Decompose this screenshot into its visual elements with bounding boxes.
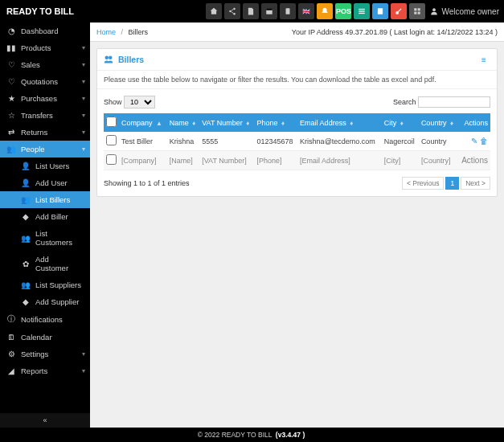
pager-prev[interactable]: < Previous [402,177,444,190]
cell-company: Test Biller [119,132,167,151]
clipboard-icon[interactable] [280,3,296,19]
home-icon[interactable] [206,3,222,19]
svg-rect-4 [267,9,273,10]
customers-icon: 👥 [21,234,31,243]
nav-products[interactable]: ▮▮Products▾ [0,39,90,56]
calendar-icon[interactable] [261,3,277,19]
pager-next[interactable]: Next > [461,177,490,190]
svg-point-16 [105,56,109,60]
nav-reports[interactable]: ◢Reports▾ [0,362,90,379]
table-info: Showing 1 to 1 of 1 entries [104,179,190,187]
nav-list-suppliers[interactable]: 👥List Suppliers [0,276,90,293]
nav-settings[interactable]: ⚙Settings▾ [0,346,90,362]
svg-rect-13 [415,12,417,14]
welcome-user[interactable]: Welcome owner [430,7,499,16]
tag-icon: ♡ [6,77,16,86]
col-company[interactable]: Company ▲ [119,113,167,132]
nav-sales[interactable]: ♡Sales▾ [0,56,90,73]
footer: © 2022 READY TO BILL (v3.4.47 ) [0,428,504,442]
user-icon [430,7,438,15]
nav-quotations[interactable]: ♡Quotations▾ [0,73,90,90]
chevron-down-icon: ▾ [82,44,85,51]
svg-point-15 [433,8,436,11]
row-actions[interactable]: Actions [457,151,490,170]
flag-icon[interactable]: 🇬🇧 [298,3,314,19]
crumb-current: Billers [129,28,149,36]
cell-email: [Email Address] [297,151,382,170]
nav-returns[interactable]: ⇄Returns▾ [0,124,90,141]
nav-list-customers[interactable]: 👥List Customers [0,225,90,251]
chevron-down-icon: ▾ [82,61,85,68]
row-checkbox[interactable] [106,135,117,145]
key-icon[interactable] [391,3,407,19]
nav-add-user[interactable]: 👤Add User [0,174,90,191]
edit-icon[interactable]: ✎ [471,137,477,145]
add-user-icon: 👤 [21,178,31,187]
col-country[interactable]: Country ♦ [419,113,457,132]
nav-add-supplier[interactable]: ◆Add Supplier [0,293,90,310]
cell-city: Nagercoil [382,132,419,151]
svg-rect-9 [378,8,383,14]
panel-options-icon[interactable]: ≡ [477,54,490,65]
svg-point-17 [109,56,113,60]
calc-icon[interactable] [372,3,388,19]
chevron-down-icon: ▾ [82,367,85,374]
crumb-home[interactable]: Home [96,28,116,36]
nav-add-customer[interactable]: ✿Add Customer [0,251,90,276]
suppliers-icon: 👥 [21,280,31,289]
col-phone[interactable]: Phone ♦ [255,113,298,132]
col-email-address[interactable]: Email Address ♦ [297,113,382,132]
add-supplier-icon: ◆ [21,297,31,306]
svg-rect-12 [418,8,420,10]
col-name[interactable]: Name ♦ [167,113,200,132]
nav-list-users[interactable]: 👤List Users [0,158,90,174]
user-icon: 👤 [21,162,31,170]
breadcrumb: Home / Billers [96,28,148,36]
barcode-icon: ▮▮ [6,43,16,52]
svg-rect-7 [359,10,366,11]
file-icon[interactable] [243,3,259,19]
chevron-down-icon: ▾ [82,350,85,358]
chevron-down-icon: ▾ [82,129,85,136]
show-select[interactable]: 10 [124,96,155,108]
nav-people[interactable]: 👥People▾ [0,141,90,158]
cell-phone: [Phone] [255,151,298,170]
col-vat-number[interactable]: VAT Number ♦ [199,113,254,132]
nav-notifications[interactable]: ⓘNotifications [0,310,90,329]
alert-icon[interactable] [317,3,333,19]
col-city[interactable]: City ♦ [382,113,419,132]
welcome-text: Welcome owner [441,7,499,16]
nav-transfers[interactable]: ☆Transfers▾ [0,107,90,124]
search-input[interactable] [418,96,490,108]
svg-point-0 [234,8,236,10]
returns-icon: ⇄ [6,128,16,137]
panel-description: Please use the table below to navigate o… [97,71,497,89]
nav-list-billers[interactable]: 👥List Billers [0,191,90,208]
svg-rect-6 [359,9,366,10]
pagination: < Previous 1 Next > [400,177,490,190]
select-all-checkbox[interactable] [106,117,117,127]
nav-purchases[interactable]: ★Purchases▾ [0,90,90,107]
list-icon[interactable] [354,3,370,19]
col-actions[interactable]: Actions [457,113,490,132]
nav-calendar[interactable]: 🗓Calendar [0,329,90,346]
pager-page-1[interactable]: 1 [445,177,459,190]
sidebar-collapse[interactable]: « [0,413,90,428]
grid-icon[interactable] [409,3,425,19]
brand-logo: READY TO BILL [0,0,90,23]
heart-icon: ♡ [6,60,16,69]
chart-icon: ◢ [6,366,16,375]
cell-email: Krishna@tecdemo.com [297,132,382,151]
share-icon[interactable] [224,3,240,19]
gear-icon: ⚙ [6,350,16,358]
pos-button[interactable]: POS [335,3,351,19]
nav-dashboard[interactable]: ◔Dashboard [0,23,90,39]
delete-icon[interactable]: 🗑 [480,137,488,145]
row-actions[interactable]: ✎ 🗑 [457,132,490,151]
people-icon [104,55,113,64]
panel-title: Billers [104,55,144,64]
cell-country: [Country] [419,151,457,170]
row-checkbox[interactable] [106,154,117,165]
add-biller-icon: ◆ [21,212,31,221]
nav-add-biller[interactable]: ◆Add Biller [0,208,90,225]
